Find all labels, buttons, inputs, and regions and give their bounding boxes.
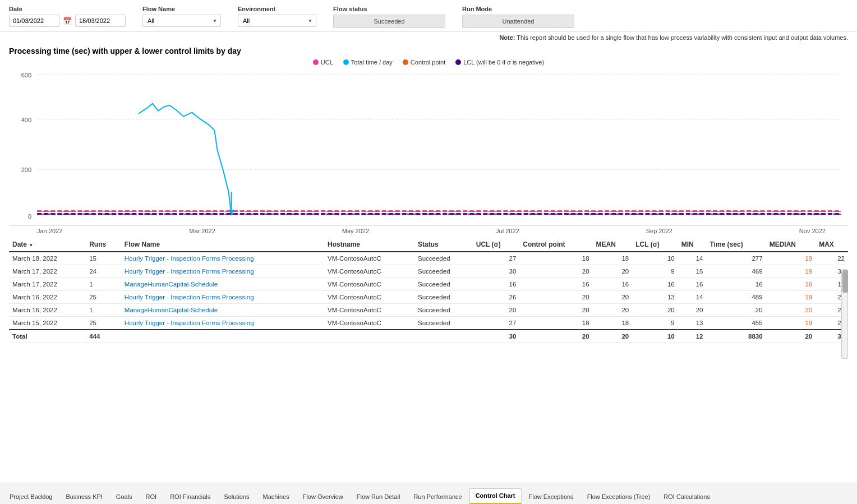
cell-status: Succeeded [414, 291, 473, 304]
cell-time-sec: 489 [706, 291, 766, 304]
flow-status-filter-group: Flow status Succeeded [333, 6, 445, 28]
date-start-input[interactable] [9, 15, 59, 27]
svg-rect-193 [456, 213, 460, 215]
svg-rect-242 [787, 213, 792, 215]
flow-name-select[interactable]: All [142, 15, 221, 27]
svg-rect-52 [307, 210, 312, 212]
date-filter-label: Date [9, 6, 126, 12]
table-row: March 17, 2022 1 ManageHumanCapital-Sche… [9, 278, 848, 291]
cell-mean: 20 [593, 291, 633, 304]
svg-rect-170 [301, 213, 305, 215]
cell-flow-name[interactable]: Hourly Trigger - Inspection Forms Proces… [121, 252, 324, 265]
lcl-dot [455, 59, 461, 65]
tab-item-run-performance[interactable]: Run Performance [407, 489, 468, 504]
run-mode-button[interactable]: Unattended [462, 15, 574, 28]
svg-rect-84 [524, 210, 528, 212]
svg-rect-167 [280, 213, 285, 215]
svg-rect-21 [98, 210, 103, 212]
tab-item-machines[interactable]: Machines [257, 489, 296, 504]
svg-rect-243 [794, 213, 799, 215]
svg-rect-128 [821, 210, 826, 212]
sort-arrow-date[interactable]: ▼ [29, 243, 33, 248]
svg-rect-227 [686, 213, 690, 215]
cell-runs: 1 [86, 278, 121, 291]
table-row: March 17, 2022 24 Hourly Trigger - Inspe… [9, 265, 848, 278]
svg-rect-129 [828, 210, 832, 212]
flow-status-button[interactable]: Succeeded [333, 15, 445, 28]
svg-rect-44 [254, 210, 258, 212]
cell-control-point: 20 [519, 265, 592, 278]
cell-hostname: VM-ContosoAutoC [324, 278, 414, 291]
svg-rect-202 [517, 213, 522, 215]
svg-rect-94 [591, 210, 596, 212]
total-time-label: Total time / day [351, 59, 393, 66]
svg-rect-180 [368, 213, 373, 215]
tab-item-goals[interactable]: Goals [110, 489, 139, 504]
cell-time-sec: 16 [706, 278, 766, 291]
tab-item-project-backlog[interactable]: Project Backlog [3, 489, 58, 504]
tab-item-roi-financials[interactable]: ROI Financials [164, 489, 216, 504]
svg-rect-101 [639, 210, 643, 212]
svg-rect-34 [186, 210, 190, 212]
svg-rect-35 [192, 210, 197, 212]
cell-flow-name[interactable]: ManageHumanCapital-Schedule [121, 278, 324, 291]
tab-item-flow-overview[interactable]: Flow Overview [297, 489, 349, 504]
flow-name-filter-label: Flow Name [142, 6, 221, 12]
cell-date: March 15, 2022 [9, 317, 86, 330]
tab-item-flow-exceptions-(tree)[interactable]: Flow Exceptions (Tree) [581, 489, 657, 504]
svg-rect-31 [165, 210, 170, 212]
chart-area: 600 400 200 0 [9, 69, 848, 226]
cell-date: March 16, 2022 [9, 291, 86, 304]
svg-rect-25 [125, 210, 130, 212]
run-mode-filter-group: Run Mode Unattended [462, 6, 574, 28]
col-header-max: MAX [815, 238, 848, 252]
table-total-row: Total 444 30 20 20 10 12 8830 20 34 [9, 330, 848, 343]
svg-rect-209 [564, 213, 569, 215]
cell-flow-name[interactable]: ManageHumanCapital-Schedule [121, 304, 324, 317]
cell-flow-name[interactable]: Hourly Trigger - Inspection Forms Proces… [121, 291, 324, 304]
tab-item-control-chart[interactable]: Control Chart [469, 488, 522, 504]
scrollbar-thumb[interactable] [842, 270, 848, 293]
svg-rect-222 [652, 213, 657, 215]
svg-rect-68 [416, 210, 420, 212]
svg-rect-218 [625, 213, 629, 215]
svg-rect-182 [382, 213, 386, 215]
tab-item-flow-run-detail[interactable]: Flow Run Detail [351, 489, 407, 504]
svg-rect-110 [699, 210, 704, 212]
scrollbar[interactable] [841, 269, 848, 359]
cell-flow-name[interactable]: Hourly Trigger - Inspection Forms Proces… [121, 265, 324, 278]
total-flow-name [121, 330, 324, 343]
svg-rect-87 [544, 210, 549, 212]
svg-rect-207 [551, 213, 555, 215]
svg-rect-29 [152, 210, 156, 212]
svg-rect-141 [105, 213, 109, 215]
cell-ucl: 27 [473, 252, 520, 265]
svg-rect-226 [679, 213, 684, 215]
svg-rect-22 [105, 210, 109, 212]
svg-rect-103 [652, 210, 657, 212]
environment-select[interactable]: All [238, 15, 316, 27]
tab-item-flow-exceptions[interactable]: Flow Exceptions [523, 489, 580, 504]
x-label-nov: Nov 2022 [799, 228, 826, 234]
svg-rect-163 [254, 213, 258, 215]
tab-item-solutions[interactable]: Solutions [218, 489, 255, 504]
cell-control-point: 20 [519, 291, 592, 304]
cell-status: Succeeded [414, 278, 473, 291]
tab-item-business-kpi[interactable]: Business KPI [59, 489, 108, 504]
cell-time-sec: 455 [706, 317, 766, 330]
svg-rect-58 [348, 210, 352, 212]
svg-rect-208 [557, 213, 562, 215]
tab-item-roi-calculations[interactable]: ROI Calculations [657, 489, 716, 504]
svg-rect-145 [132, 213, 136, 215]
cell-flow-name[interactable]: Hourly Trigger - Inspection Forms Proces… [121, 317, 324, 330]
svg-rect-239 [767, 213, 771, 215]
date-filter-group: Date 📅 [9, 6, 126, 27]
calendar-icon[interactable]: 📅 [63, 17, 72, 25]
svg-rect-238 [760, 213, 764, 215]
svg-rect-32 [172, 210, 177, 212]
date-end-input[interactable] [75, 15, 126, 27]
svg-rect-203 [524, 213, 528, 215]
col-header-control-point: Control point [519, 238, 592, 252]
svg-rect-246 [814, 213, 819, 215]
tab-item-roi[interactable]: ROI [140, 489, 163, 504]
